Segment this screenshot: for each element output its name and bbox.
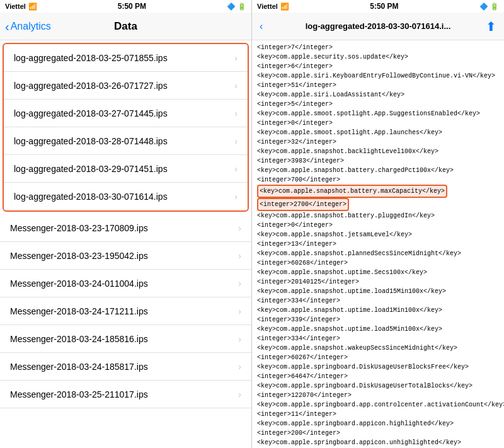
xml-line: <integer>3983</integer> (257, 156, 499, 166)
xml-line: <integer>2700</integer> (257, 198, 499, 211)
list-item[interactable]: log-aggregated-2018-03-29-071451.ips › (4, 155, 248, 183)
list-item-chevron: › (234, 192, 238, 202)
xml-line: <integer>51</integer> (257, 81, 499, 90)
left-time: 5:50 PM (118, 2, 146, 11)
normal-items: Messenger-2018-03-23-170809.ips › Messen… (0, 214, 251, 408)
right-nav-bar: ‹ log-aggregated-2018-03-30-071614.i... … (252, 13, 504, 40)
list-item-text: log-aggregated-2018-03-26-071727.ips (14, 81, 168, 91)
list-item-text: Messenger-2018-03-24-185816.ips (10, 334, 148, 344)
list-item[interactable]: Messenger-2018-03-24-171211.ips › (0, 297, 251, 325)
xml-line: <key>com.apple.snapshot.battery.pluggedI… (257, 211, 499, 221)
left-back-label[interactable]: Analytics (11, 21, 51, 32)
xml-line: <integer>0</integer> (257, 221, 499, 230)
list-item-chevron: › (234, 53, 238, 63)
list-item-text: Messenger-2018-03-25-211017.ips (10, 389, 148, 399)
xml-line: <integer>60268</integer> (257, 258, 499, 268)
xml-line: <key>com.apple.snapshot.uptime.load15Min… (257, 287, 499, 296)
left-back-button[interactable]: ‹ Analytics (5, 20, 51, 33)
right-nav-title: log-aggregated-2018-03-30-071614.i... (306, 21, 451, 31)
left-status-right: 🔷 🔋 (227, 3, 246, 11)
list-item-text: log-aggregated-2018-03-30-071614.ips (14, 192, 168, 202)
xml-line: <integer>13</integer> (257, 239, 499, 249)
xml-line: <integer>339</integer> (257, 315, 499, 325)
list-item-text: log-aggregated-2018-03-25-071855.ips (14, 53, 168, 63)
xml-line: <key>com.apple.snapshot.jetsamLevel</key… (257, 230, 499, 239)
xml-line: <integer>700</integer> (257, 175, 499, 185)
list-item-text: log-aggregated-2018-03-28-071448.ips (14, 136, 168, 146)
xml-line: <integer>20140125</integer> (257, 277, 499, 287)
xml-line: <integer>0</integer> (257, 118, 499, 128)
list-item[interactable]: Messenger-2018-03-24-185816.ips › (0, 325, 251, 353)
xml-line: <integer>5</integer> (257, 100, 499, 109)
list-item-text: Messenger-2018-03-24-171211.ips (10, 306, 148, 316)
xml-line: <integer>7</integer> (257, 43, 499, 52)
list-item-text: Messenger-2018-03-23-195042.ips (10, 251, 148, 261)
xml-line: <key>com.apple.siri.LoadAssistant</key> (257, 90, 499, 100)
list-item-chevron: › (238, 389, 241, 399)
list-item-chevron: › (238, 306, 241, 316)
list-item[interactable]: log-aggregated-2018-03-30-071614.ips › (4, 183, 248, 210)
list-item[interactable]: Messenger-2018-03-23-195042.ips › (0, 242, 251, 270)
list-item[interactable]: log-aggregated-2018-03-25-071855.ips › (4, 44, 248, 72)
xml-line: <key>com.apple.springboard.app.controlce… (257, 400, 499, 410)
list-item[interactable]: Messenger-2018-03-23-170809.ips › (0, 214, 251, 242)
xml-line: <key>com.apple.snapshot.backlightLevel10… (257, 147, 499, 156)
left-status-left: Viettel 📶 (5, 3, 37, 11)
left-wifi-icon: 📶 (28, 3, 37, 11)
highlighted-xml-line: <key>com.apple.snapshot.battery.maxCapac… (257, 185, 447, 198)
xml-line: <integer>11</integer> (257, 410, 499, 419)
list-item-text: log-aggregated-2018-03-29-071451.ips (14, 164, 168, 174)
list-item[interactable]: log-aggregated-2018-03-27-071445.ips › (4, 100, 248, 127)
right-back-chevron: ‹ (260, 21, 263, 32)
xml-line: <integer>200</integer> (257, 428, 499, 438)
xml-line: <key>com.apple.springboard.DiskUsageUser… (257, 362, 499, 372)
xml-line: <key>com.apple.springboard.appicon.highl… (257, 419, 499, 428)
xml-line: <key>com.apple.snapshot.battery.chargedP… (257, 166, 499, 175)
xml-line: <key>com.apple.snapshot.uptime.load1Min1… (257, 306, 499, 315)
list-item[interactable]: log-aggregated-2018-03-26-071727.ips › (4, 72, 248, 100)
xml-line: <integer>122070</integer> (257, 391, 499, 400)
list-item[interactable]: Messenger-2018-03-25-211017.ips › (0, 381, 251, 408)
list-item-chevron: › (238, 334, 241, 344)
right-status-bar: Viettel 📶 5:50 PM 🔷 🔋 (252, 0, 504, 13)
right-carrier: Viettel (257, 3, 278, 10)
xml-line: <key>com.apple.snapshot.plannedSecsSince… (257, 249, 499, 258)
xml-line: <key>com.apple.smoot.spotlight.App.Sugge… (257, 109, 499, 118)
right-status-left: Viettel 📶 (257, 3, 289, 11)
right-panel: Viettel 📶 5:50 PM 🔷 🔋 ‹ log-aggregated-2… (252, 0, 504, 448)
list-item-chevron: › (234, 108, 238, 118)
left-nav-bar: ‹ Analytics Data (0, 13, 251, 40)
xml-line: <key>com.apple.smoot.spotlight.App.launc… (257, 128, 499, 137)
xml-line: <integer>334</integer> (257, 334, 499, 343)
right-bluetooth-icon: 🔷 (479, 3, 488, 11)
xml-line: <key>com.apple.security.sos.update</key> (257, 52, 499, 62)
xml-line: <key>com.apple.springboard.DiskUsageUser… (257, 381, 499, 391)
left-list: log-aggregated-2018-03-25-071855.ips › l… (0, 40, 251, 448)
list-item[interactable]: log-aggregated-2018-03-28-071448.ips › (4, 127, 248, 155)
list-item-chevron: › (234, 81, 238, 91)
list-item-text: Messenger-2018-03-24-011004.ips (10, 279, 148, 289)
highlighted-group: log-aggregated-2018-03-25-071855.ips › l… (3, 43, 249, 212)
list-item-text: Messenger-2018-03-23-170809.ips (10, 223, 148, 233)
list-item-chevron: › (238, 279, 241, 289)
left-bluetooth-icon: 🔷 (227, 3, 236, 11)
highlighted-xml-line: <integer>2700</integer> (257, 198, 349, 211)
right-share-button[interactable]: ⬆ (486, 19, 496, 34)
list-item-chevron: › (234, 164, 238, 174)
list-item-text: log-aggregated-2018-03-27-071445.ips (14, 108, 168, 118)
list-item-chevron: › (238, 362, 241, 372)
xml-line: <integer>60267</integer> (257, 353, 499, 362)
list-item[interactable]: Messenger-2018-03-24-011004.ips › (0, 270, 251, 297)
list-item-chevron: › (238, 223, 241, 233)
xml-line: <integer>6</integer> (257, 62, 499, 71)
xml-line: <integer>64647</integer> (257, 372, 499, 381)
xml-line: <integer>32</integer> (257, 137, 499, 147)
list-item-chevron: › (234, 136, 238, 146)
list-item-text: Messenger-2018-03-24-185817.ips (10, 362, 148, 372)
list-item-chevron: › (238, 251, 241, 261)
right-time: 5:50 PM (370, 2, 398, 11)
right-back-button[interactable]: ‹ (260, 21, 263, 32)
list-item[interactable]: Messenger-2018-03-24-185817.ips › (0, 353, 251, 381)
left-battery-icon: 🔋 (238, 3, 246, 11)
left-panel: Viettel 📶 5:50 PM 🔷 🔋 ‹ Analytics Data l… (0, 0, 252, 448)
